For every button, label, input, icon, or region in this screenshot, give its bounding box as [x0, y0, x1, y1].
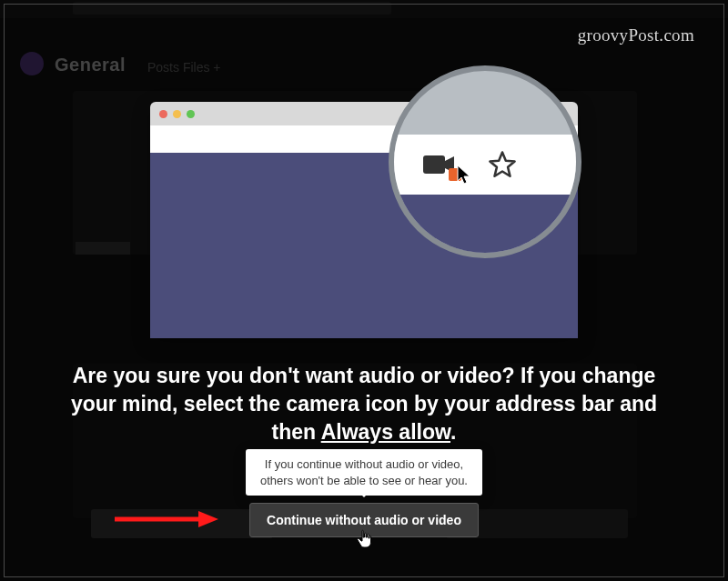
tooltip-line1: If you continue without audio or video,	[260, 456, 468, 473]
continue-without-av-button[interactable]: Continue without audio or video	[249, 503, 479, 537]
traffic-light-close-icon	[159, 110, 167, 118]
svg-rect-0	[423, 155, 445, 174]
permission-headline: Are you sure you don't want audio or vid…	[55, 362, 673, 446]
headline-text-end: .	[450, 420, 456, 444]
browser-illustration	[150, 65, 578, 338]
magnifier	[389, 65, 581, 258]
headline-always-allow: Always allow	[321, 420, 450, 444]
camera-icon	[423, 154, 456, 175]
bookmark-star-icon	[487, 149, 518, 180]
watermark: groovyPost.com	[578, 25, 694, 45]
traffic-light-minimize-icon	[173, 110, 181, 118]
tooltip-line2: others won't be able to see or hear you.	[260, 473, 468, 489]
camera-blocked-badge-icon	[449, 168, 461, 181]
permission-overlay: groovyPost.com	[0, 0, 728, 581]
continue-tooltip: If you continue without audio or video, …	[246, 449, 482, 496]
annotation-arrow-icon	[111, 509, 220, 529]
traffic-light-zoom-icon	[187, 110, 195, 118]
